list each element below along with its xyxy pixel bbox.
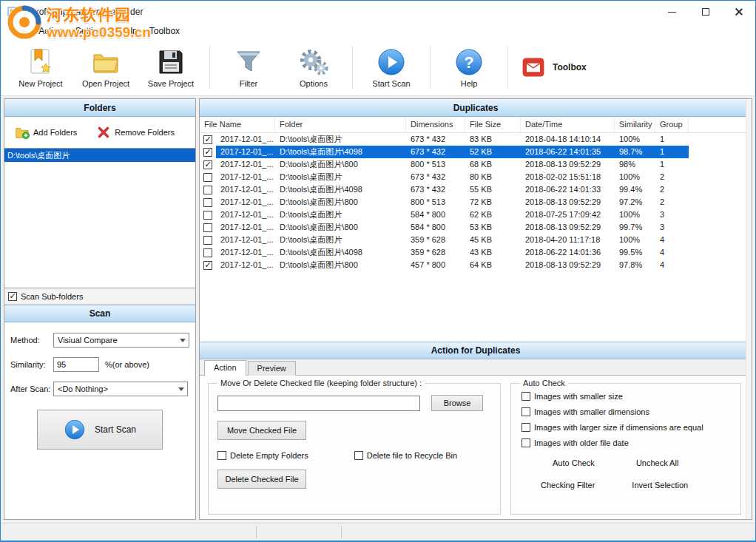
row-checkbox[interactable]	[203, 135, 212, 144]
column-similarity[interactable]: Similarity	[615, 117, 655, 132]
row-checkbox[interactable]	[203, 223, 212, 232]
column-group[interactable]: Group	[655, 117, 689, 132]
column-file-size[interactable]: File Size	[465, 117, 521, 132]
scan-form: Method: Visiual Compare Similarity: %(or…	[4, 322, 195, 450]
toolbar: New Project Open Project Save Project	[1, 39, 755, 96]
cell-dimensions: 673 * 432	[406, 133, 465, 146]
table-row[interactable]: 2017-12-01_... D:\tools\桌面图片\4098 673 * …	[200, 146, 752, 158]
table-row[interactable]: 2017-12-01_... D:\tools\桌面图片\4098 359 * …	[200, 246, 752, 259]
table-row[interactable]: 2017-12-01_... D:\tools\桌面图片\4098 673 * …	[200, 183, 752, 196]
minimize-button[interactable]	[655, 1, 689, 23]
delete-to-recycle-bin-checkbox[interactable]	[354, 451, 363, 460]
auto-check-button[interactable]: Auto Check	[553, 458, 595, 467]
table-row[interactable]: 2017-12-01_... D:\tools\桌面图片\800 800 * 5…	[200, 196, 752, 209]
folder-list-item[interactable]: D:\tools\桌面图片	[4, 149, 195, 162]
delete-checked-file-button[interactable]: Delete Checked File	[217, 470, 306, 489]
menu-item[interactable]: Toolbox	[144, 24, 186, 38]
cell-file-size: 83 KB	[465, 133, 521, 146]
cell-folder: D:\tools\桌面图片\4098	[275, 246, 406, 259]
chevron-down-icon	[180, 339, 186, 342]
table-row[interactable]: 2017-12-01_... D:\tools\桌面图片\800 457 * 8…	[200, 259, 752, 271]
folder-list[interactable]: D:\tools\桌面图片	[4, 148, 195, 288]
after-scan-select[interactable]: <Do Nothing>	[53, 382, 188, 396]
cell-dimensions: 359 * 628	[406, 234, 465, 246]
cell-dimensions: 673 * 432	[406, 171, 465, 183]
cell-file-size: 43 KB	[465, 246, 521, 259]
add-folders-button[interactable]: Add Folders	[15, 125, 77, 140]
main-area: Folders Add Folders Remove Folders	[1, 97, 755, 521]
uncheck-all-button[interactable]: Uncheck All	[636, 458, 678, 467]
invert-selection-button[interactable]: Invert Selection	[632, 481, 688, 490]
help-button[interactable]: ? Help	[436, 41, 502, 93]
start-scan-toolbar-button[interactable]: Start Scan	[359, 41, 424, 93]
maximize-button[interactable]	[689, 1, 722, 23]
move-path-input[interactable]	[217, 396, 420, 411]
row-checkbox[interactable]	[203, 148, 212, 157]
checking-filter-button[interactable]: Checking Filter	[541, 481, 595, 490]
table-row[interactable]: 2017-12-01_... D:\tools\桌面图片 584 * 800 6…	[200, 209, 752, 221]
action-for-duplicates-header: Action for Duplicates	[200, 342, 752, 359]
auto-check-checkbox[interactable]	[522, 423, 530, 432]
help-icon: ?	[454, 47, 484, 77]
scan-subfolders-checkbox[interactable]	[8, 292, 17, 301]
remove-folders-button[interactable]: Remove Folders	[96, 125, 175, 140]
auto-check-checkbox[interactable]	[522, 438, 530, 447]
cell-dimensions: 800 * 513	[406, 158, 465, 171]
method-select[interactable]: Visiual Compare	[53, 333, 189, 348]
column-folder[interactable]: Folder	[275, 117, 406, 132]
cell-file-size: 68 KB	[465, 158, 521, 171]
cell-group: 1	[655, 158, 689, 171]
row-checkbox[interactable]	[203, 211, 212, 220]
vertical-scrollbar[interactable]	[746, 99, 752, 519]
menu-item[interactable]: File	[7, 24, 33, 38]
tab-action[interactable]: Action	[204, 360, 246, 376]
cell-dimensions: 673 * 432	[406, 183, 465, 196]
cell-folder: D:\tools\桌面图片\4098	[275, 146, 406, 158]
auto-check-checkbox[interactable]	[522, 392, 530, 401]
save-project-button[interactable]: Save Project	[138, 41, 203, 93]
menu-item[interactable]: Settings	[70, 24, 113, 38]
toolbox-button[interactable]: Toolbox	[514, 41, 593, 93]
column-date-time[interactable]: Date/Time	[521, 117, 615, 132]
column-file-name[interactable]: File Name	[200, 117, 275, 132]
row-checkbox[interactable]	[203, 173, 212, 182]
app-icon	[7, 6, 19, 18]
table-row[interactable]: 2017-12-01_... D:\tools\桌面图片 359 * 628 4…	[200, 234, 752, 246]
move-checked-file-button[interactable]: Move Checked File	[217, 421, 306, 440]
delete-empty-folders-checkbox[interactable]	[217, 451, 226, 460]
cell-group: 2	[655, 196, 689, 209]
duplicates-rows: 2017-12-01_... D:\tools\桌面图片 673 * 432 8…	[200, 133, 752, 271]
row-checkbox[interactable]	[203, 236, 212, 245]
row-checkbox[interactable]	[203, 261, 212, 270]
tab-preview[interactable]: Preview	[248, 361, 296, 376]
cell-file-name: 2017-12-01_...	[216, 196, 275, 209]
table-row[interactable]: 2017-12-01_... D:\tools\桌面图片\800 584 * 8…	[200, 221, 752, 234]
auto-check-option: Images with larger size if dimensions ar…	[522, 423, 732, 432]
cell-date-time: 2018-04-20 11:17:18	[521, 234, 615, 246]
options-button[interactable]: Options	[281, 41, 346, 93]
row-checkbox[interactable]	[203, 248, 212, 257]
cell-folder: D:\tools\桌面图片\800	[275, 196, 406, 209]
auto-check-option: Images with smaller dimensions	[522, 407, 732, 416]
cell-file-size: 62 KB	[465, 209, 521, 221]
cell-date-time: 2018-08-13 09:52:29	[521, 158, 615, 171]
close-button[interactable]	[722, 1, 755, 23]
row-checkbox[interactable]	[203, 160, 212, 169]
cell-group: 1	[655, 133, 689, 146]
row-checkbox[interactable]	[203, 198, 212, 207]
table-row[interactable]: 2017-12-01_... D:\tools\桌面图片 673 * 432 8…	[200, 171, 752, 183]
row-checkbox[interactable]	[203, 186, 212, 194]
new-project-button[interactable]: New Project	[8, 41, 73, 93]
menu-item[interactable]: Help	[113, 24, 144, 38]
table-row[interactable]: 2017-12-01_... D:\tools\桌面图片\800 800 * 5…	[200, 158, 752, 171]
column-dimensions[interactable]: Dimensions	[406, 117, 465, 132]
auto-check-checkbox[interactable]	[522, 407, 530, 416]
filter-button[interactable]: Filter	[216, 41, 281, 93]
menu-item[interactable]: Action	[33, 24, 69, 38]
similarity-input[interactable]	[53, 357, 99, 372]
browse-button[interactable]: Browse	[431, 395, 483, 411]
start-scan-button[interactable]: Start Scan	[37, 410, 163, 450]
open-project-button[interactable]: Open Project	[73, 41, 138, 93]
auto-check-option: Images with older file date	[522, 438, 732, 447]
table-row[interactable]: 2017-12-01_... D:\tools\桌面图片 673 * 432 8…	[200, 133, 752, 146]
